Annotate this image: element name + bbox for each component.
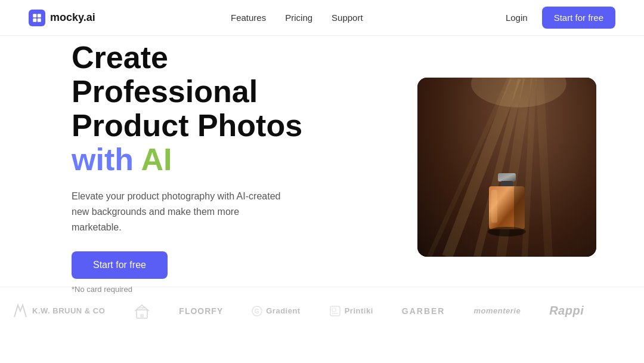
kw-bruun-icon: [12, 303, 29, 319]
svg-rect-23: [332, 308, 336, 312]
logo-momenterie: momenterie: [473, 306, 521, 315]
svg-point-16: [488, 227, 526, 236]
logo-floorfy-text: FLOORFY: [179, 306, 223, 316]
nav-actions: Login Start for free: [499, 7, 615, 29]
hero-product-image: [417, 78, 596, 257]
logo-kw-bruun-text: K.W. BRUUN & CO: [32, 306, 105, 315]
hero-left: Create ProfessionalProduct Photos with A…: [72, 41, 346, 294]
nav-links: Features Pricing Support: [231, 13, 363, 23]
hero-title-ai: AI: [141, 142, 172, 177]
svg-point-10: [471, 78, 566, 107]
logo-gradient-text: Gradient: [266, 306, 300, 315]
hero-title-product-photos: Product Photos: [72, 108, 302, 143]
logo-printiki: Printiki: [329, 305, 373, 317]
svg-rect-12: [501, 181, 513, 187]
perfume-bottle-svg: [483, 167, 531, 239]
nav-link-pricing[interactable]: Pricing: [285, 13, 312, 23]
logo-gradient: G Gradient: [252, 306, 300, 316]
hero-subtitle: Elevate your product photography with AI…: [72, 189, 286, 235]
logo-garber: GARBER: [402, 306, 445, 316]
logo-kw-bruun: K.W. BRUUN & CO: [12, 303, 105, 319]
logo-text: mocky.ai: [50, 11, 95, 24]
svg-text:G: G: [255, 308, 259, 315]
logo-rappi: Rappi: [549, 304, 584, 318]
svg-rect-22: [330, 306, 340, 316]
hero-title-with: with: [72, 142, 141, 177]
logo-svg: [32, 13, 42, 23]
gradient-icon: G: [252, 306, 262, 316]
logo-momenterie-text: momenterie: [473, 306, 521, 315]
svg-rect-11: [498, 173, 516, 182]
logo-icon: [29, 10, 45, 26]
svg-rect-0: [33, 14, 36, 17]
svg-text:HOME: HOME: [138, 306, 146, 309]
home-brand-icon: HOME: [134, 303, 150, 319]
svg-rect-2: [33, 18, 36, 21]
printiki-icon: [329, 305, 341, 317]
no-card-text: *No card required: [72, 285, 346, 294]
nav-link-features[interactable]: Features: [231, 13, 266, 23]
svg-rect-1: [38, 14, 41, 17]
logo-rappi-text: Rappi: [549, 304, 584, 318]
logo-printiki-text: Printiki: [345, 306, 373, 315]
hero-title: Create ProfessionalProduct Photos with A…: [72, 41, 346, 177]
nav-start-free-button[interactable]: Start for free: [542, 7, 615, 29]
logo-floorfy: FLOORFY: [179, 306, 223, 316]
logo[interactable]: mocky.ai: [29, 10, 95, 26]
svg-rect-3: [38, 18, 41, 21]
logo-home-brand: HOME: [134, 303, 150, 319]
hero-image-background: [417, 78, 596, 257]
logo-garber-text: GARBER: [402, 306, 445, 316]
svg-rect-14: [491, 190, 497, 223]
nav-link-support[interactable]: Support: [332, 13, 363, 23]
hero-section: Create ProfessionalProduct Photos with A…: [0, 36, 644, 287]
navbar: mocky.ai Features Pricing Support Login …: [0, 0, 644, 36]
logos-inner: K.W. BRUUN & CO HOME FLOORFY G Gradient: [12, 303, 584, 319]
svg-rect-15: [514, 186, 525, 229]
hero-title-line1: Create Professional: [72, 40, 258, 109]
hero-cta-button[interactable]: Start for free: [72, 251, 168, 279]
svg-rect-18: [140, 314, 144, 318]
login-button[interactable]: Login: [499, 9, 535, 26]
